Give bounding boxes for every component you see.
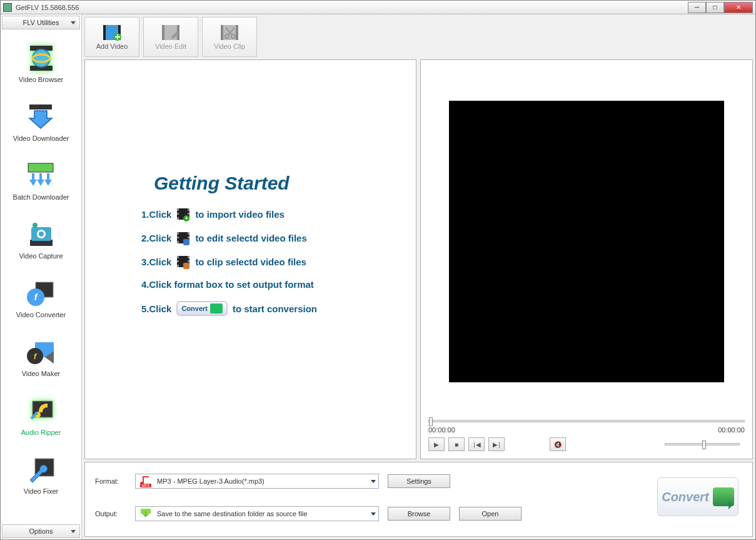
mp3-icon: MP3	[138, 475, 153, 487]
step-text: 3.Click	[141, 257, 171, 267]
step-text: 4.Click format box to set output format	[141, 279, 314, 290]
step-1: 1.Click + to import video files	[141, 208, 397, 220]
step-5: 5.Click Convert to start conversion	[141, 301, 397, 316]
converter-icon: f	[26, 278, 56, 308]
wrench-film-icon	[26, 455, 56, 485]
step-text: to start conversion	[233, 303, 317, 314]
player-controls: ▶ ■ ∣◀ ▶∣ 🔇	[427, 436, 746, 452]
output-value: Save to the same destination folder as s…	[157, 510, 371, 517]
window-controls: ─ □ ✕	[688, 2, 753, 13]
chevron-down-icon	[371, 480, 376, 483]
open-button[interactable]: Open	[459, 507, 522, 521]
output-row: Output: Save to the same destination fol…	[95, 506, 742, 521]
maximize-button[interactable]: □	[706, 2, 724, 13]
step-text: 2.Click	[141, 233, 171, 243]
sidebar: FLV Utilities Video Browser Video Downlo…	[1, 14, 82, 539]
sidebar-item-label: Video Maker	[22, 370, 61, 377]
sidebar-header-dropdown[interactable]: FLV Utilities	[2, 16, 80, 29]
main-area: Add Video Video Edit Video Clip	[82, 14, 755, 539]
svg-rect-26	[162, 25, 164, 40]
import-icon: +	[176, 208, 190, 220]
settings-button[interactable]: Settings	[388, 474, 450, 488]
svg-rect-5	[28, 163, 53, 172]
format-row: Format: MP3 MP3 - MPEG Layer-3 Audio(*.m…	[95, 474, 742, 489]
edit-icon	[176, 232, 190, 244]
output-panel: Format: MP3 MP3 - MPEG Layer-3 Audio(*.m…	[84, 462, 753, 537]
browse-button[interactable]: Browse	[388, 507, 450, 521]
video-edit-icon	[161, 24, 181, 41]
step-text: to import video files	[195, 209, 285, 220]
stop-button[interactable]: ■	[448, 437, 465, 451]
preview-panel: 00:00:00 00:00:00 ▶ ■ ∣◀ ▶∣ 🔇	[420, 59, 753, 459]
sidebar-items: Video Browser Video Downloader Batch Dow…	[1, 31, 81, 523]
seek-row	[427, 416, 746, 426]
format-label: Format:	[95, 477, 126, 485]
play-button[interactable]: ▶	[428, 437, 445, 451]
sidebar-item-video-converter[interactable]: f Video Converter	[16, 278, 66, 318]
video-maker-icon: f	[26, 337, 56, 367]
window-title: GetFLV 15.5868.556	[16, 4, 688, 11]
time-total: 00:00:00	[718, 426, 745, 434]
sidebar-item-video-capture[interactable]: Video Capture	[19, 220, 63, 260]
convert-label: Convert	[662, 490, 709, 504]
svg-point-10	[39, 232, 44, 237]
video-preview[interactable]	[449, 101, 724, 382]
sidebar-item-batch-downloader[interactable]: Batch Downloader	[13, 161, 69, 201]
video-clip-button[interactable]: Video Clip	[202, 17, 257, 57]
sidebar-footer-dropdown[interactable]: Options	[2, 524, 80, 538]
add-video-button[interactable]: Add Video	[84, 17, 139, 57]
toolbar: Add Video Video Edit Video Clip	[84, 17, 753, 57]
format-value: MP3 - MPEG Layer-3 Audio(*.mp3)	[157, 477, 371, 485]
sidebar-item-video-browser[interactable]: Video Browser	[19, 43, 63, 83]
step-4: 4.Click format box to set output format	[141, 279, 397, 290]
svg-point-2	[33, 49, 50, 67]
minimize-button[interactable]: ─	[688, 2, 706, 13]
next-button[interactable]: ▶∣	[488, 437, 505, 451]
app-icon	[3, 3, 12, 12]
content-row: Getting Started 1.Click + to import vide…	[84, 59, 753, 459]
sidebar-footer-label: Options	[29, 527, 53, 535]
getting-started-steps: 1.Click + to import video files 2.Click …	[141, 208, 397, 316]
sidebar-item-label: Video Downloader	[13, 135, 69, 142]
step-text: to clip selectd video files	[195, 257, 306, 267]
volume-slider[interactable]	[665, 443, 740, 446]
sidebar-item-label: Video Capture	[19, 252, 63, 260]
svg-rect-22	[103, 25, 106, 40]
globe-film-icon	[26, 43, 56, 73]
titlebar[interactable]: GetFLV 15.5868.556 ─ □ ✕	[1, 1, 755, 14]
sidebar-item-video-downloader[interactable]: Video Downloader	[13, 102, 69, 142]
close-button[interactable]: ✕	[724, 2, 753, 13]
video-clip-icon	[219, 24, 239, 41]
convert-button[interactable]: Convert	[657, 477, 738, 516]
convert-icon	[713, 487, 734, 506]
output-combo[interactable]: Save to the same destination folder as s…	[135, 506, 379, 521]
step-text: to edit selectd video files	[195, 233, 306, 243]
convert-badge-text: Convert	[181, 305, 208, 312]
svg-rect-29	[221, 25, 223, 40]
toolbar-label: Add Video	[96, 43, 128, 50]
volume-handle[interactable]	[702, 441, 706, 449]
convert-badge-icon: Convert	[176, 301, 228, 316]
clip-icon	[176, 255, 190, 268]
step-3: 3.Click to clip selectd video files	[141, 255, 397, 268]
time-current: 00:00:00	[428, 426, 455, 434]
download-arrow-icon	[26, 102, 56, 132]
getting-started-title: Getting Started	[154, 173, 397, 194]
sidebar-header-label: FLV Utilities	[23, 19, 59, 26]
sidebar-item-label: Video Fixer	[24, 487, 58, 495]
toolbar-label: Video Clip	[214, 43, 245, 50]
seek-handle[interactable]	[429, 417, 433, 426]
video-edit-button[interactable]: Video Edit	[143, 17, 198, 57]
sidebar-item-label: Video Browser	[19, 76, 63, 83]
chevron-down-icon	[371, 512, 376, 516]
sidebar-item-label: Video Converter	[16, 311, 66, 318]
preview-area	[427, 66, 746, 416]
format-combo[interactable]: MP3 MP3 - MPEG Layer-3 Audio(*.mp3)	[135, 474, 379, 489]
sidebar-item-video-fixer[interactable]: Video Fixer	[24, 455, 58, 495]
prev-button[interactable]: ∣◀	[468, 437, 485, 451]
mute-button[interactable]: 🔇	[550, 437, 566, 451]
seek-slider[interactable]	[428, 420, 745, 422]
sidebar-item-audio-ripper[interactable]: Audio Ripper	[21, 396, 61, 436]
app-window: GetFLV 15.5868.556 ─ □ ✕ FLV Utilities V…	[0, 0, 756, 540]
sidebar-item-video-maker[interactable]: f Video Maker	[22, 337, 61, 377]
